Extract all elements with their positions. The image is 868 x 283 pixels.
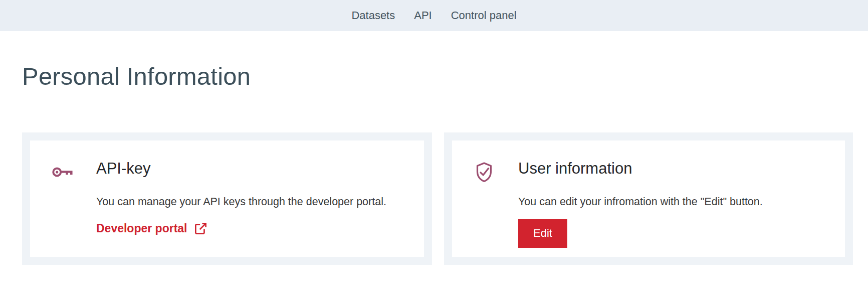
card-description-user-information: You can edit your infromation with the "… <box>518 195 825 209</box>
external-link-icon <box>194 222 207 235</box>
shield-check-icon <box>472 160 496 257</box>
nav-link-control-panel[interactable]: Control panel <box>451 10 517 21</box>
developer-portal-link-label: Developer portal <box>96 222 187 235</box>
developer-portal-link[interactable]: Developer portal <box>96 222 207 235</box>
key-icon <box>50 160 74 257</box>
card-title-user-information: User information <box>518 160 825 178</box>
card-api-key: API-key You can manage your API keys thr… <box>22 132 432 265</box>
main-content: Personal Information API-key You can man… <box>0 31 868 265</box>
page-title: Personal Information <box>22 62 853 90</box>
nav-link-datasets[interactable]: Datasets <box>351 10 395 21</box>
card-title-api-key: API-key <box>96 160 404 178</box>
edit-button[interactable]: Edit <box>518 219 567 248</box>
nav-link-api[interactable]: API <box>414 10 431 21</box>
cards-row: API-key You can manage your API keys thr… <box>22 132 853 265</box>
card-user-information: User information You can edit your infro… <box>444 132 853 265</box>
card-description-api-key: You can manage your API keys through the… <box>96 195 404 209</box>
top-nav: Datasets API Control panel <box>0 0 868 31</box>
